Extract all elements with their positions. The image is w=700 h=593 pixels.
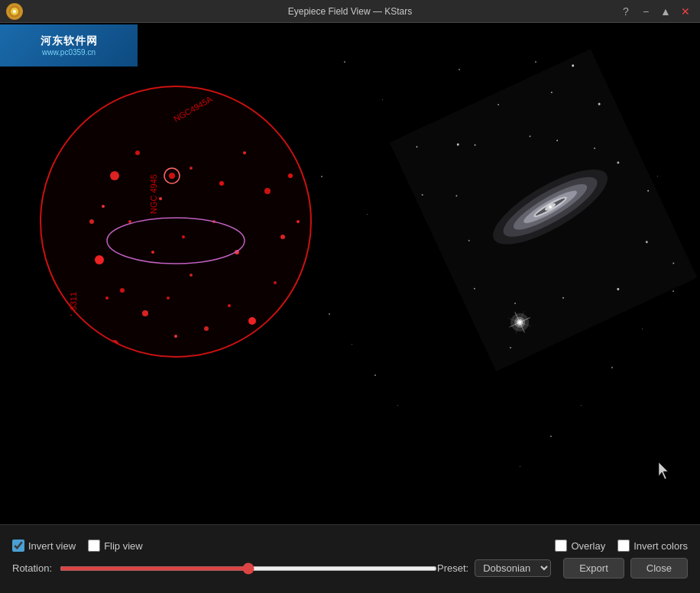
bottom-row2: Rotation: Preset: Dobsonian Refractor Ca… [12, 558, 688, 578]
overlay-checkbox-item[interactable]: Overlay [555, 540, 605, 552]
close-button[interactable]: Close [630, 558, 688, 578]
svg-point-30 [128, 220, 131, 223]
svg-point-4 [41, 86, 311, 357]
bg-star [344, 61, 345, 63]
maximize-button[interactable]: ▲ [657, 3, 674, 20]
bg-star [520, 466, 520, 467]
invert-colors-label: Invert colors [634, 540, 688, 552]
invert-view-checkbox[interactable] [12, 540, 24, 552]
overlay-checkbox[interactable] [555, 540, 567, 552]
svg-point-17 [174, 335, 177, 338]
svg-point-9 [219, 181, 224, 186]
preset-row: Preset: Dobsonian Refractor Cassegrain B… [437, 559, 551, 577]
rotation-label: Rotation: [12, 562, 52, 574]
bg-star [321, 176, 322, 177]
bg-star [374, 374, 376, 376]
preset-select[interactable]: Dobsonian Refractor Cassegrain Binocular… [475, 559, 551, 577]
svg-point-6 [135, 151, 140, 155]
svg-point-16 [204, 326, 209, 331]
invert-view-label: Invert view [28, 540, 76, 552]
svg-point-33 [288, 173, 293, 178]
close-window-button[interactable]: ✕ [677, 3, 694, 20]
svg-point-34 [190, 274, 193, 277]
bg-star [367, 214, 368, 215]
buttons-row: Export Close [563, 558, 688, 578]
minimize-button[interactable]: − [637, 3, 654, 20]
ngc4945-label: NGC 4945 [149, 174, 158, 214]
svg-point-31 [167, 296, 170, 300]
svg-point-14 [248, 317, 256, 325]
export-button[interactable]: Export [563, 558, 624, 578]
right-controls: Preset: Dobsonian Refractor Cassegrain B… [437, 558, 688, 578]
bg-star [382, 99, 383, 100]
mouse-cursor [659, 462, 671, 482]
svg-marker-78 [659, 462, 668, 479]
bg-star [397, 405, 398, 406]
eyepiece-view: NGC4945A NGC 4945 DUO1 3311 [38, 84, 313, 359]
svg-point-10 [243, 151, 246, 154]
checkboxes-right: Overlay Invert colors [555, 540, 688, 552]
flip-view-label: Flip view [104, 540, 143, 552]
svg-point-22 [89, 219, 94, 224]
preset-label: Preset: [437, 562, 468, 574]
svg-point-36 [169, 173, 175, 179]
svg-point-8 [190, 167, 193, 170]
bg-star [329, 313, 330, 315]
svg-point-27 [182, 235, 185, 238]
rotation-row: Rotation: [12, 562, 437, 574]
rotation-slider[interactable] [60, 566, 437, 571]
dss-image-svg [390, 49, 697, 371]
title-bar: Eyepiece Field View — KStars ? − ▲ ✕ [0, 0, 700, 23]
svg-point-12 [280, 235, 285, 239]
dss-panel [417, 69, 677, 374]
flip-view-checkbox[interactable] [88, 540, 100, 552]
svg-point-18 [142, 310, 148, 316]
help-button[interactable]: ? [617, 3, 634, 20]
window-title: Eyepiece Field View — KStars [288, 6, 413, 17]
app-logo [6, 3, 23, 20]
svg-point-13 [274, 281, 277, 284]
flip-view-checkbox-item[interactable]: Flip view [88, 540, 143, 552]
svg-point-5 [110, 171, 119, 180]
svg-point-20 [95, 255, 104, 264]
svg-point-2 [13, 10, 16, 13]
bg-star [352, 344, 352, 345]
invert-colors-checkbox[interactable] [617, 540, 630, 552]
bg-star [550, 436, 552, 437]
bg-star [581, 405, 582, 406]
checkboxes-left: Invert view Flip view [12, 540, 143, 552]
main-canvas: NGC4945A NGC 4945 DUO1 3311 [0, 23, 700, 524]
svg-point-21 [105, 296, 109, 300]
bottom-bar: Invert view Flip view Overlay Invert col… [0, 524, 700, 593]
svg-point-32 [297, 220, 300, 223]
svg-point-19 [120, 288, 125, 293]
bottom-row1: Invert view Flip view Overlay Invert col… [12, 540, 688, 552]
svg-point-26 [151, 251, 154, 254]
bg-star [535, 61, 536, 63]
svg-point-15 [228, 304, 231, 307]
svg-point-11 [264, 188, 271, 194]
svg-point-23 [102, 205, 105, 208]
invert-colors-checkbox-item[interactable]: Invert colors [617, 540, 688, 552]
invert-view-checkbox-item[interactable]: Invert view [12, 540, 76, 552]
svg-point-7 [159, 197, 162, 200]
title-bar-left [6, 3, 23, 20]
title-bar-controls: ? − ▲ ✕ [617, 3, 694, 20]
overlay-label: Overlay [571, 540, 605, 552]
